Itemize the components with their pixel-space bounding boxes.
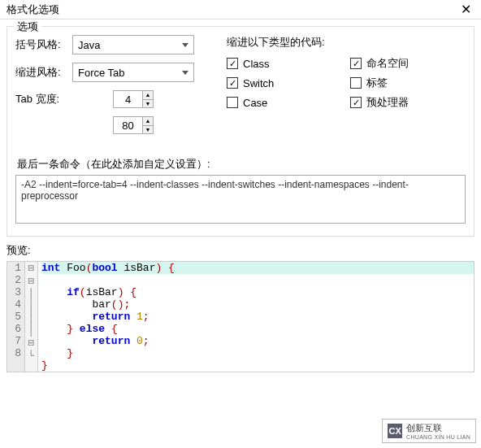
indent-style-value: Force Tab — [78, 67, 125, 79]
options-section-label: 选项 — [14, 20, 41, 34]
indent-style-select[interactable]: Force Tab — [72, 63, 194, 82]
last-cmd-label: 最后一条命令（在此处添加自定义设置）: — [17, 157, 466, 172]
width-down-icon[interactable]: ▼ — [143, 126, 153, 134]
brace-style-label: 括号风格: — [15, 37, 72, 52]
preview-label: 预览: — [6, 243, 474, 258]
checkbox-icon — [350, 58, 362, 69]
check-label: Class — [243, 58, 270, 70]
tab-width-up-icon[interactable]: ▲ — [143, 91, 153, 100]
check-preprocessor[interactable]: 预处理器 — [350, 95, 466, 110]
check-class[interactable]: Class — [227, 56, 342, 71]
check-label[interactable]: 标签 — [350, 76, 466, 90]
check-label: 命名空间 — [366, 56, 409, 71]
check-label: 标签 — [366, 76, 388, 90]
watermark-text: 创新互联 — [406, 422, 470, 434]
code-preview: 1 2 3 4 5 6 7 8 ⊟ ⊟ │ │ │ │ ⊟ └ int Foo(… — [6, 261, 474, 372]
tab-width-label: Tab 宽度: — [15, 92, 72, 107]
fold-gutter: ⊟ ⊟ │ │ │ │ ⊟ └ — [25, 262, 38, 372]
width-up-icon[interactable]: ▲ — [143, 117, 153, 126]
right-column: 缩进以下类型的代码: Class 命名空间 Switch 标签 — [227, 35, 466, 142]
checkbox-icon — [227, 77, 238, 89]
line-gutter: 1 2 3 4 5 6 7 8 — [7, 262, 25, 372]
width-input[interactable] — [113, 116, 142, 134]
tab-width-spinner[interactable]: ▲ ▼ — [113, 90, 154, 108]
check-label: Case — [243, 97, 267, 109]
options-section: 选项 括号风格: Java 缩进风格: Force Tab Tab 宽度: — [6, 26, 474, 237]
left-column: 括号风格: Java 缩进风格: Force Tab Tab 宽度: ▲ — [15, 35, 219, 142]
watermark-logo-icon: CX — [388, 424, 402, 438]
tab-width-input[interactable] — [113, 90, 142, 108]
watermark: CX 创新互联 CHUANG XIN HU LIAN — [382, 419, 476, 443]
checkbox-icon — [227, 97, 238, 108]
indent-style-label: 缩进风格: — [15, 65, 72, 80]
brace-style-select[interactable]: Java — [72, 35, 194, 54]
last-cmd-input[interactable]: -A2 --indent=force-tab=4 --indent-classe… — [15, 175, 466, 224]
window-title: 格式化选项 — [6, 2, 59, 17]
check-namespace[interactable]: 命名空间 — [350, 56, 466, 71]
close-icon[interactable]: ✕ — [457, 2, 474, 17]
checkbox-icon — [227, 58, 238, 69]
checkbox-icon — [350, 97, 362, 108]
code-content: int Foo(bool isBar) { if(isBar) { bar();… — [38, 262, 474, 372]
check-label: Switch — [243, 77, 274, 89]
width-spinner[interactable]: ▲ ▼ — [113, 116, 154, 134]
titlebar: 格式化选项 ✕ — [0, 0, 481, 20]
indent-types-label: 缩进以下类型的代码: — [227, 35, 466, 50]
watermark-subtext: CHUANG XIN HU LIAN — [406, 434, 470, 440]
check-label: 预处理器 — [366, 95, 409, 110]
tab-width-down-icon[interactable]: ▼ — [143, 100, 153, 108]
brace-style-value: Java — [78, 39, 100, 51]
checkbox-icon — [350, 77, 362, 89]
check-switch[interactable]: Switch — [227, 76, 342, 90]
check-case[interactable]: Case — [227, 95, 342, 110]
